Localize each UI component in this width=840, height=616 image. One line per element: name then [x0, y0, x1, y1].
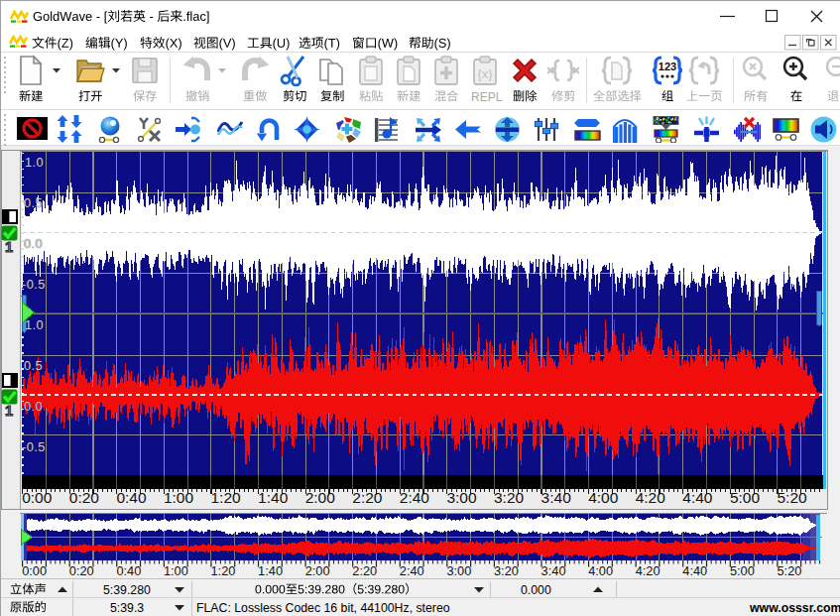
svg-text:123: 123: [659, 61, 676, 72]
svg-text:{x}: {x}: [477, 66, 493, 81]
